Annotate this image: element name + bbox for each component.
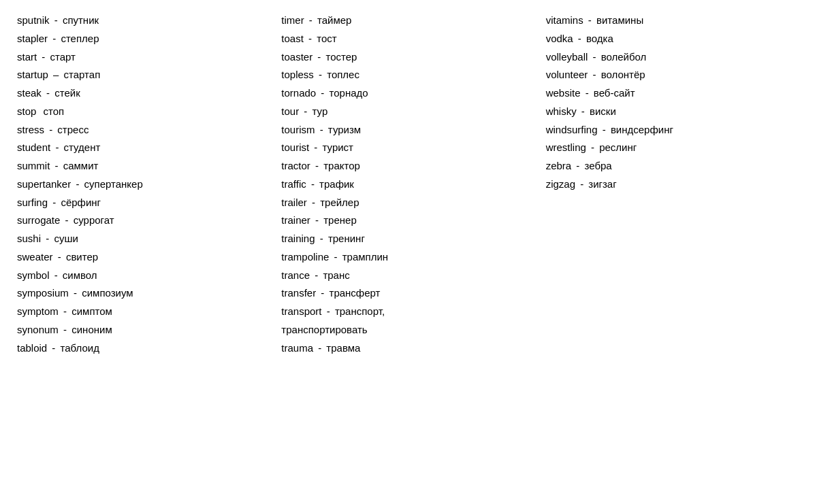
word-separator: - xyxy=(318,287,327,299)
word-pair: vitamins - витамины xyxy=(546,12,797,29)
word-pair: whisky - виски xyxy=(546,103,797,120)
word-ru: топлес xyxy=(327,69,359,80)
word-en: summit xyxy=(17,160,50,171)
word-pair: volunteer - волонтёр xyxy=(546,67,797,84)
word-ru: симпозиум xyxy=(82,287,133,299)
word-separator: - xyxy=(317,124,326,135)
word-en: trauma xyxy=(281,342,313,354)
word-pair: stop стоп xyxy=(17,103,268,120)
word-separator: - xyxy=(590,51,598,63)
word-separator: - xyxy=(586,14,594,26)
word-en: student xyxy=(17,141,50,153)
word-separator: - xyxy=(324,305,333,317)
word-pair: summit - саммит xyxy=(17,158,268,175)
word-ru: зебра xyxy=(585,160,612,171)
word-en: synonum xyxy=(17,324,59,335)
word-separator: – xyxy=(50,69,62,80)
word-en: trainer xyxy=(281,214,310,226)
word-ru: зигзаг xyxy=(588,178,616,190)
word-ru: реслинг xyxy=(599,141,637,153)
word-separator: - xyxy=(306,14,315,26)
word-en: vitamins xyxy=(546,14,583,26)
word-separator: - xyxy=(50,33,59,44)
word-separator: - xyxy=(311,141,320,153)
word-en: supertanker xyxy=(17,178,71,190)
word-en: timer xyxy=(281,14,304,26)
word-pair: toast - тост xyxy=(281,31,532,48)
word-pair: website - веб-сайт xyxy=(546,85,797,102)
word-en: toast xyxy=(281,33,304,44)
word-separator: - xyxy=(44,87,52,99)
word-separator: - xyxy=(313,214,321,226)
word-en: trampoline xyxy=(281,251,329,263)
word-separator: - xyxy=(301,105,310,117)
main-content: sputnik - спутникstapler - степлерstart … xyxy=(14,12,803,356)
word-pair: stress - стресс xyxy=(17,122,268,139)
word-ru: студент xyxy=(64,141,101,153)
word-separator: - xyxy=(52,141,61,153)
word-separator: - xyxy=(573,160,582,171)
word-pair: zebra - зебра xyxy=(546,158,797,175)
word-pair: start - старт xyxy=(17,49,268,66)
word-ru: тренер xyxy=(323,214,357,226)
word-pair: транспортировать xyxy=(281,322,532,339)
word-ru: спутник xyxy=(63,14,99,26)
word-ru: виндсерфинг xyxy=(611,124,673,135)
word-ru: таймер xyxy=(317,14,351,26)
word-en: whisky xyxy=(546,105,577,117)
word-ru: тостер xyxy=(326,51,357,63)
word-pair: symptom - симптом xyxy=(17,303,268,320)
word-ru: транспортировать xyxy=(281,324,367,335)
word-separator: - xyxy=(52,14,61,26)
word-ru: трейлер xyxy=(320,197,359,208)
word-ru: волейбол xyxy=(601,51,647,63)
word-pair: tourist - турист xyxy=(281,139,532,156)
word-en: start xyxy=(17,51,37,63)
word-en: training xyxy=(281,233,315,244)
word-pair: trainer - тренер xyxy=(281,212,532,229)
word-ru: тренинг xyxy=(328,233,365,244)
word-en: tourism xyxy=(281,124,315,135)
word-separator xyxy=(38,105,41,117)
word-en: stapler xyxy=(17,33,48,44)
word-en: sweater xyxy=(17,251,53,263)
word-en: traffic xyxy=(281,178,306,190)
word-en: stop xyxy=(17,105,36,117)
word-separator: - xyxy=(71,287,80,299)
word-ru: суррогат xyxy=(74,214,114,226)
word-ru: синоним xyxy=(71,324,112,335)
word-en: transfer xyxy=(281,287,316,299)
word-separator: - xyxy=(577,178,586,190)
word-pair: trauma - травма xyxy=(281,340,532,357)
word-separator: - xyxy=(313,160,321,171)
word-pair: trailer - трейлер xyxy=(281,195,532,212)
word-ru: стартап xyxy=(64,69,101,80)
column-3: vitamins - витаминыvodka - водкаvolleyba… xyxy=(539,12,803,356)
word-pair: tornado - торнадо xyxy=(281,85,532,102)
word-ru: таблоид xyxy=(61,342,99,354)
word-separator: - xyxy=(49,342,58,354)
word-separator: - xyxy=(61,305,69,317)
word-en: website xyxy=(546,87,581,99)
word-pair: wrestling - реслинг xyxy=(546,139,797,156)
word-separator: - xyxy=(318,87,327,99)
word-ru: супертанкер xyxy=(84,178,143,190)
word-en: tourist xyxy=(281,141,309,153)
word-pair: symposium - симпозиум xyxy=(17,285,268,302)
word-separator: - xyxy=(308,178,317,190)
word-pair: transfer - трансферт xyxy=(281,285,532,302)
word-ru: турист xyxy=(323,141,353,153)
word-en: tractor xyxy=(281,160,310,171)
word-separator: - xyxy=(46,124,55,135)
word-ru: туризм xyxy=(328,124,361,135)
word-en: tabloid xyxy=(17,342,47,354)
word-pair: transport - транспорт, xyxy=(281,303,532,320)
word-en: trance xyxy=(281,269,310,281)
word-en: transport xyxy=(281,305,321,317)
word-en: tornado xyxy=(281,87,316,99)
word-ru: свитер xyxy=(66,251,98,263)
word-en: topless xyxy=(281,69,314,80)
word-ru: виски xyxy=(590,105,616,117)
word-separator: - xyxy=(583,87,592,99)
word-pair: topless - топлес xyxy=(281,67,532,84)
